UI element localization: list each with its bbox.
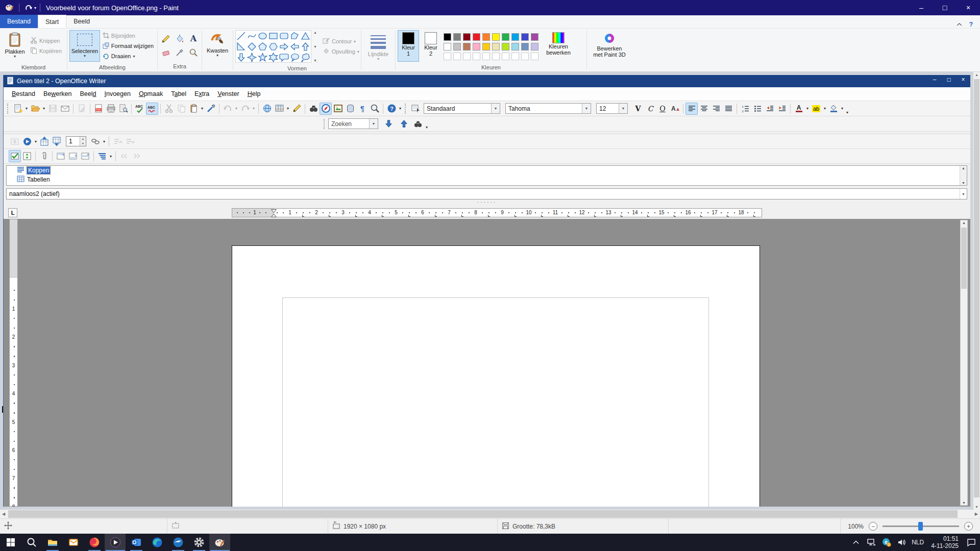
tray-eset-icon[interactable]: e!	[881, 537, 892, 548]
edit-colors-button[interactable]: Kleuren bewerken	[543, 30, 574, 62]
quick-access-dropdown-icon[interactable]: ▾	[34, 6, 36, 10]
find-replace-icon[interactable]	[307, 103, 320, 115]
menu-opmaak[interactable]: Opmaak	[135, 90, 167, 97]
auto-spellcheck-icon[interactable]: ABC	[146, 103, 158, 115]
palette-color-0-5[interactable]	[491, 32, 501, 42]
toolbar-handle[interactable]	[405, 104, 407, 114]
close-button[interactable]: ×	[957, 0, 980, 15]
shape-rounded-rectangle[interactable]	[279, 31, 289, 41]
palette-color-1-5[interactable]	[491, 42, 501, 52]
apply-style-icon[interactable]	[409, 103, 422, 115]
shape-polygon[interactable]	[289, 31, 300, 41]
draw-functions-icon[interactable]	[290, 103, 303, 115]
vertical-ruler[interactable]: 12345678	[9, 219, 18, 507]
shape-arrow-left[interactable]	[289, 41, 300, 52]
palette-color-1-8[interactable]	[520, 42, 530, 52]
page-number-spinner[interactable]: 1 ▲▼	[66, 136, 86, 146]
shape-ellipse[interactable]	[257, 31, 268, 41]
promote-chapter-icon[interactable]	[111, 135, 124, 147]
zoom-out-button[interactable]: −	[869, 522, 877, 531]
palette-color-0-6[interactable]	[501, 32, 510, 42]
shape-line[interactable]	[236, 31, 247, 41]
header-region-icon[interactable]: ±	[55, 150, 67, 162]
anchor-text-icon[interactable]	[38, 150, 50, 162]
formatting-overflow-icon[interactable]: ▾	[845, 110, 850, 116]
taskbar-edge-icon[interactable]	[146, 534, 167, 551]
paste-icon[interactable]	[187, 103, 200, 115]
tray-clock[interactable]: 01:51 4-11-2025	[928, 535, 962, 549]
find-toolbar-overflow-icon[interactable]: ▾	[424, 125, 429, 131]
palette-empty-5[interactable]	[491, 52, 501, 61]
paste-button[interactable]: Plakken ▾	[2, 30, 28, 62]
copy-icon[interactable]	[175, 103, 187, 115]
writer-maximize-button[interactable]: □	[942, 73, 956, 86]
tab-stop-selector[interactable]: L	[8, 208, 17, 217]
resize-button[interactable]: Formaat wijzigen	[101, 41, 155, 51]
align-right-button[interactable]	[710, 103, 722, 115]
palette-color-1-6[interactable]	[501, 42, 510, 52]
paint3d-button[interactable]: Bewerken met Paint 3D	[589, 30, 630, 62]
action-center-icon[interactable]	[966, 537, 977, 548]
move-up-level-icon[interactable]	[118, 150, 130, 162]
crop-button[interactable]: Bijsnijden	[101, 31, 155, 41]
find-input[interactable]: Zoeken▾	[328, 118, 378, 129]
toolbar-overflow-icon[interactable]: ▾	[398, 106, 403, 111]
paint-canvas[interactable]: Geen titel 2 - OpenOffice Writer – □ × B…	[0, 72, 980, 510]
color-picker-tool[interactable]	[173, 46, 186, 59]
italic-button[interactable]: C	[644, 103, 656, 115]
tree-item-koppen[interactable]: Koppen	[7, 166, 967, 175]
menu-help[interactable]: Help	[243, 90, 265, 97]
background-color-button[interactable]	[827, 103, 840, 115]
reminder-region-icon[interactable]: ±	[79, 150, 91, 162]
document-page[interactable]	[232, 245, 760, 507]
heading-levels-icon[interactable]	[96, 150, 108, 162]
demote-chapter-icon[interactable]	[124, 135, 136, 147]
writer-close-button[interactable]: ×	[956, 73, 970, 86]
font-name-select[interactable]: Tahoma▾	[505, 103, 591, 114]
palette-empty-9[interactable]	[530, 52, 540, 61]
shape-pentagon[interactable]	[257, 41, 268, 52]
palette-color-0-7[interactable]	[510, 32, 520, 42]
content-view-icon[interactable]	[9, 150, 21, 162]
palette-empty-7[interactable]	[510, 52, 520, 61]
menu-venster[interactable]: Venster	[213, 90, 243, 97]
page-preview-icon[interactable]	[117, 103, 129, 115]
text-tool[interactable]: A	[187, 32, 200, 45]
palette-color-0-0[interactable]	[443, 32, 452, 42]
palette-empty-0[interactable]	[443, 52, 452, 61]
palette-color-1-0[interactable]	[443, 42, 452, 52]
shape-rectangle[interactable]	[268, 31, 279, 41]
palette-empty-4[interactable]	[481, 52, 491, 61]
fill-tool[interactable]	[173, 32, 186, 45]
taskbar-firefox-icon[interactable]	[84, 534, 105, 551]
bullet-list-button[interactable]	[751, 103, 764, 115]
find-and-replace-icon[interactable]	[412, 118, 424, 130]
next-page-icon[interactable]	[51, 135, 63, 147]
help-icon[interactable]: ?	[385, 103, 398, 115]
taskbar-media-player-icon[interactable]	[105, 534, 126, 551]
color2-button[interactable]: Kleur 2	[420, 30, 442, 62]
character-formatting-icon[interactable]: A	[669, 103, 681, 115]
minimize-button[interactable]: –	[910, 0, 933, 15]
paragraph-style-select[interactable]: Standaard▾	[424, 103, 500, 114]
shape-arrow-right[interactable]	[279, 41, 289, 52]
redo-icon[interactable]	[239, 103, 251, 115]
palette-color-0-8[interactable]	[520, 32, 530, 42]
magnifier-tool[interactable]	[187, 46, 200, 59]
navigator-document-list[interactable]: naamloos2 (actief) ▼	[6, 188, 967, 199]
palette-empty-3[interactable]	[472, 52, 481, 61]
export-pdf-icon[interactable]: PDF	[92, 103, 105, 115]
underline-button[interactable]: O	[656, 103, 669, 115]
zoom-slider-thumb[interactable]	[918, 522, 923, 531]
find-next-icon[interactable]	[382, 118, 395, 130]
cut-button[interactable]: Knippen	[29, 36, 63, 46]
taskbar-openoffice-icon[interactable]	[167, 534, 188, 551]
new-document-icon[interactable]	[12, 103, 24, 115]
find-previous-icon[interactable]	[398, 118, 410, 130]
tab-start[interactable]: Start	[38, 15, 66, 28]
palette-empty-8[interactable]	[520, 52, 530, 61]
taskbar-outlook-icon[interactable]	[126, 534, 146, 551]
data-sources-icon[interactable]	[344, 103, 356, 115]
format-paintbrush-icon[interactable]	[205, 103, 217, 115]
eraser-tool[interactable]	[159, 46, 173, 59]
